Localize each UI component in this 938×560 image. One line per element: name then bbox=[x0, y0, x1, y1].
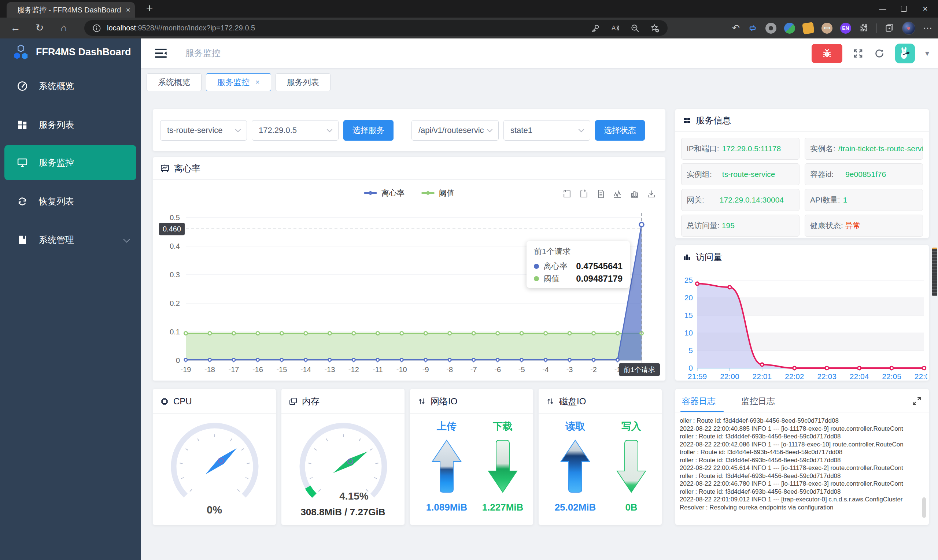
log-line: 2022-08-22 22:00:42.086 INFO 1 --- [o-11… bbox=[680, 441, 919, 449]
page-scrollbar-thumb[interactable] bbox=[932, 248, 937, 296]
toolbar-menu-icon[interactable]: ⋯ bbox=[923, 23, 932, 33]
cpu-title: CPU bbox=[173, 396, 192, 406]
svg-text:20: 20 bbox=[684, 293, 693, 302]
reload-icon[interactable]: ↻ bbox=[31, 21, 48, 35]
legend-label: 阈值 bbox=[439, 188, 454, 198]
select-state-button[interactable]: 选择状态 bbox=[595, 120, 645, 141]
profile-avatar[interactable] bbox=[902, 22, 915, 35]
url-rest: :9528/#/monitor/index?ip=172.29.0.5 bbox=[136, 24, 255, 32]
svg-text:0: 0 bbox=[176, 356, 180, 365]
sidebar-item-overview[interactable]: 系统概览 bbox=[0, 68, 141, 104]
browser-tab[interactable]: 服务监控 - FFR4MS DashBoard × bbox=[6, 2, 135, 18]
view-tab-service-monitor[interactable]: 服务监控× bbox=[206, 73, 271, 91]
field-container-id: 容器id:9e00851f76 bbox=[805, 163, 923, 185]
idm-extension-icon[interactable] bbox=[784, 23, 795, 34]
view-tab-overview[interactable]: 系统概览 bbox=[146, 73, 202, 91]
bar-chart-switch-icon[interactable] bbox=[630, 189, 639, 198]
svg-text:-3: -3 bbox=[567, 366, 573, 374]
avatar-extension-icon[interactable] bbox=[821, 23, 832, 34]
download-label: 下载 bbox=[475, 420, 530, 433]
datazoom-reset-icon[interactable] bbox=[579, 189, 588, 198]
breadcrumb[interactable]: 服务监控 bbox=[185, 47, 220, 59]
log-line: roller : Route id: f3d4d4ef-693b-4456-8e… bbox=[680, 488, 919, 496]
password-key-icon[interactable] bbox=[591, 23, 600, 33]
home-icon[interactable]: ⌂ bbox=[56, 21, 72, 35]
tab-close-icon[interactable]: × bbox=[256, 78, 260, 86]
svg-text:21:59: 21:59 bbox=[688, 372, 707, 380]
refresh-icon[interactable] bbox=[874, 48, 885, 59]
data-view-icon[interactable] bbox=[596, 189, 605, 198]
sidebar-item-service-list[interactable]: 服务列表 bbox=[0, 107, 141, 143]
legend-item-eccentricity[interactable]: 离心率 bbox=[364, 188, 405, 198]
log-scrollbar-thumb[interactable] bbox=[922, 497, 926, 518]
translate-en-icon[interactable]: EN bbox=[840, 23, 851, 34]
updown-arrows-icon bbox=[417, 397, 426, 406]
sticker-extension-icon[interactable] bbox=[802, 22, 815, 34]
view-tab-service-list[interactable]: 服务列表 bbox=[276, 73, 331, 91]
download-image-icon[interactable] bbox=[647, 189, 656, 198]
window-maximize-button[interactable] bbox=[893, 0, 915, 18]
eccentricity-chart[interactable]: 00.10.20.30.40.5-19-18-17-16-15-14-13-12… bbox=[158, 200, 661, 381]
tooltip-series-name: 阈值 bbox=[544, 273, 559, 284]
visits-card: 访问量 051015202521:5922:0022:0122:0222:032… bbox=[675, 245, 929, 381]
bug-report-button[interactable] bbox=[812, 44, 843, 63]
updown-arrows-icon bbox=[546, 397, 555, 406]
brand[interactable]: FFR4MS DashBoard bbox=[12, 43, 131, 60]
log-line: oller : Route id: f3d4d4ef-693b-4456-8ee… bbox=[680, 417, 919, 425]
url-bar[interactable]: localhost:9528/#/monitor/index?ip=172.29… bbox=[84, 20, 668, 36]
svg-text:22:01: 22:01 bbox=[753, 372, 772, 380]
user-avatar[interactable] bbox=[895, 43, 915, 63]
legend-item-threshold[interactable]: 阈值 bbox=[421, 188, 454, 198]
book-icon bbox=[17, 234, 28, 245]
svg-text:22:05: 22:05 bbox=[882, 372, 901, 380]
sidebar-item-label: 服务列表 bbox=[39, 119, 74, 131]
download-value: 1.227MiB bbox=[471, 502, 534, 513]
select-service-button[interactable]: 选择服务 bbox=[343, 120, 394, 141]
svg-text:0.460: 0.460 bbox=[163, 225, 181, 233]
service-group-select[interactable]: ts-route-service bbox=[160, 120, 247, 141]
field-api-count: API数量:1 bbox=[805, 189, 923, 211]
log-output[interactable]: oller : Route id: f3d4d4ef-693b-4456-8ee… bbox=[680, 417, 919, 511]
window-close-button[interactable]: × bbox=[915, 0, 936, 18]
log-tab-container[interactable]: 容器日志 bbox=[682, 395, 716, 407]
sidebar-item-system-management[interactable]: 系统管理 bbox=[0, 222, 141, 257]
svg-text:15: 15 bbox=[684, 311, 693, 319]
visits-chart[interactable]: 051015202521:5922:0022:0122:0222:0322:04… bbox=[678, 271, 927, 380]
line-chart-switch-icon[interactable] bbox=[613, 189, 622, 198]
favorite-star-icon[interactable] bbox=[650, 23, 659, 33]
share-loop-icon[interactable] bbox=[747, 23, 758, 33]
site-info-icon[interactable] bbox=[92, 24, 101, 32]
expand-icon[interactable] bbox=[912, 396, 921, 406]
network-io-title: 网络IO bbox=[431, 395, 457, 407]
collections-icon[interactable] bbox=[884, 23, 894, 33]
extensions-puzzle-icon[interactable] bbox=[859, 23, 869, 33]
zoom-out-icon[interactable] bbox=[630, 23, 640, 33]
new-tab-button[interactable]: + bbox=[142, 2, 157, 15]
sidebar-item-service-monitor[interactable]: 服务监控 bbox=[5, 145, 136, 180]
window-minimize-button[interactable]: — bbox=[872, 0, 893, 18]
log-tab-monitor[interactable]: 监控日志 bbox=[741, 395, 775, 407]
svg-text:22:04: 22:04 bbox=[850, 372, 869, 380]
svg-text:-10: -10 bbox=[396, 366, 407, 374]
field-total-visits: 总访问量:195 bbox=[681, 215, 799, 237]
tab-close-icon[interactable]: × bbox=[126, 6, 130, 14]
back-icon[interactable]: ← bbox=[7, 21, 23, 35]
fullscreen-icon[interactable] bbox=[853, 48, 864, 59]
api-select[interactable]: /api/v1/routeservic bbox=[411, 120, 499, 141]
memory-title: 内存 bbox=[302, 395, 319, 407]
hamburger-collapse-icon[interactable] bbox=[155, 48, 167, 59]
app-header: 服务监控 ▾ bbox=[141, 38, 938, 68]
ip-select[interactable]: 172.29.0.5 bbox=[252, 120, 339, 141]
state-select[interactable]: state1 bbox=[504, 120, 590, 141]
undo-icon[interactable]: ↶ bbox=[732, 23, 740, 33]
read-aloud-icon[interactable]: A bbox=[610, 23, 620, 33]
grid-small-icon bbox=[682, 116, 692, 125]
avatar-caret-icon[interactable]: ▾ bbox=[925, 49, 929, 58]
extension-ring-icon[interactable] bbox=[765, 23, 776, 34]
sidebar-item-recovery-list[interactable]: 恢复列表 bbox=[0, 184, 141, 219]
gauge-ticks bbox=[180, 434, 250, 492]
field-instance-group: 实例组:ts-route-service bbox=[681, 163, 799, 185]
bug-icon bbox=[821, 48, 832, 59]
read-value: 25.02MiB bbox=[544, 502, 607, 513]
datazoom-icon[interactable] bbox=[562, 189, 571, 198]
